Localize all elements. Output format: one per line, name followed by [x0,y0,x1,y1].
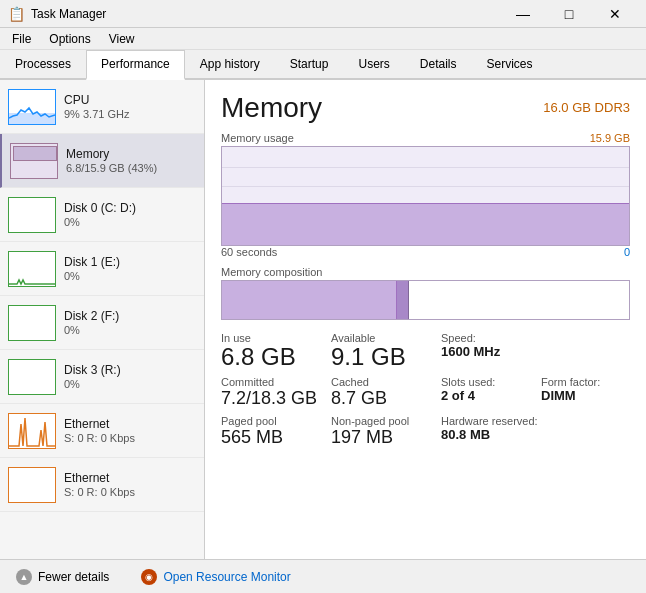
eth1-thumbnail [8,467,56,503]
stats-row3: Paged pool 565 MB Non-paged pool 197 MB … [221,415,630,448]
maximize-button[interactable]: □ [546,0,592,28]
eth0-text: Ethernet S: 0 R: 0 Kbps [64,417,196,444]
sidebar-item-disk0[interactable]: Disk 0 (C: D:) 0% [0,188,204,242]
disk2-thumbnail [8,305,56,341]
stats-row2: Committed 7.2/18.3 GB Cached 8.7 GB Slot… [221,376,630,409]
tab-startup[interactable]: Startup [275,50,344,78]
composition-standby [409,281,629,319]
disk2-value: 0% [64,324,196,336]
inuse-value: 6.8 GB [221,344,331,370]
eth1-value: S: 0 R: 0 Kbps [64,486,196,498]
usage-chart [221,146,630,246]
close-button[interactable]: ✕ [592,0,638,28]
disk0-text: Disk 0 (C: D:) 0% [64,201,196,228]
disk0-name: Disk 0 (C: D:) [64,201,196,215]
available-value: 9.1 GB [331,344,441,370]
usage-chart-section: Memory usage 15.9 GB 60 seconds 0 [221,132,630,258]
hw-label: Hardware reserved: [441,415,541,427]
menu-view[interactable]: View [101,30,143,47]
menu-options[interactable]: Options [41,30,98,47]
detail-hw: Hardware reserved: 80.8 MB [441,415,541,448]
disk0-value: 0% [64,216,196,228]
app-icon: 📋 [8,6,25,22]
title-bar-left: 📋 Task Manager [8,6,106,22]
slots-value: 2 of 4 [441,388,541,403]
tab-services[interactable]: Services [472,50,548,78]
disk2-text: Disk 2 (F:) 0% [64,309,196,336]
menu-file[interactable]: File [4,30,39,47]
bottom-bar: ▲ Fewer details ◉ Open Resource Monitor [0,559,646,593]
detail-slots: Slots used: 2 of 4 [441,376,541,409]
stats-area: In use 6.8 GB Available 9.1 GB Speed: 16… [221,332,630,370]
stat-committed: Committed 7.2/18.3 GB [221,376,331,409]
composition-section: Memory composition [221,266,630,320]
tab-performance[interactable]: Performance [86,50,185,80]
composition-chart [221,280,630,320]
cpu-name: CPU [64,93,196,107]
eth1-name: Ethernet [64,471,196,485]
memory-thumbnail [10,143,58,179]
cpu-chart-icon [9,90,55,124]
disk1-thumbnail [8,251,56,287]
stat-cached: Cached 8.7 GB [331,376,441,409]
disk1-name: Disk 1 (E:) [64,255,196,269]
composition-inuse [222,281,397,319]
sidebar-item-eth1[interactable]: Ethernet S: 0 R: 0 Kbps [0,458,204,512]
memory-name: Memory [66,147,196,161]
time-labels: 60 seconds 0 [221,246,630,258]
fewer-details-label: Fewer details [38,570,109,584]
open-resource-monitor-button[interactable]: ◉ Open Resource Monitor [133,565,298,589]
right-panel: Memory 16.0 GB DDR3 Memory usage 15.9 GB… [205,80,646,559]
speed-value: 1600 MHz [441,344,541,359]
disk1-value: 0% [64,270,196,282]
sidebar-item-cpu[interactable]: CPU 9% 3.71 GHz [0,80,204,134]
eth0-chart-icon [9,414,55,448]
eth0-name: Ethernet [64,417,196,431]
title-bar: 📋 Task Manager — □ ✕ [0,0,646,28]
composition-label: Memory composition [221,266,630,278]
tab-processes[interactable]: Processes [0,50,86,78]
committed-label: Committed [221,376,331,388]
tab-users[interactable]: Users [343,50,404,78]
left-panel: CPU 9% 3.71 GHz Memory 6.8/15.9 GB (43%)… [0,80,205,559]
minimize-button[interactable]: — [500,0,546,28]
fewer-details-button[interactable]: ▲ Fewer details [8,565,117,589]
disk3-text: Disk 3 (R:) 0% [64,363,196,390]
disk3-value: 0% [64,378,196,390]
time-end: 0 [624,246,630,258]
nonpaged-label: Non-paged pool [331,415,441,427]
slots-label: Slots used: [441,376,541,388]
stat-available: Available 9.1 GB [331,332,441,370]
monitor-icon: ◉ [141,569,157,585]
tab-details[interactable]: Details [405,50,472,78]
cpu-thumbnail [8,89,56,125]
paged-value: 565 MB [221,427,331,448]
main-area: CPU 9% 3.71 GHz Memory 6.8/15.9 GB (43%)… [0,80,646,559]
title-bar-controls: — □ ✕ [500,0,638,28]
chevron-up-icon: ▲ [16,569,32,585]
speed-label: Speed: [441,332,541,344]
sidebar-item-disk1[interactable]: Disk 1 (E:) 0% [0,242,204,296]
sidebar-item-memory[interactable]: Memory 6.8/15.9 GB (43%) [0,134,204,188]
composition-modified [397,281,409,319]
nonpaged-value: 197 MB [331,427,441,448]
stat-nonpaged: Non-paged pool 197 MB [331,415,441,448]
menu-bar: File Options View [0,28,646,50]
tab-bar: Processes Performance App history Startu… [0,50,646,80]
usage-label: Memory usage [221,132,294,144]
sidebar-item-disk2[interactable]: Disk 2 (F:) 0% [0,296,204,350]
panel-subtitle: 16.0 GB DDR3 [543,100,630,115]
cpu-value: 9% 3.71 GHz [64,108,196,120]
stat-inuse: In use 6.8 GB [221,332,331,370]
sidebar-item-eth0[interactable]: Ethernet S: 0 R: 0 Kbps [0,404,204,458]
open-resource-monitor-label: Open Resource Monitor [163,570,290,584]
sidebar-item-disk3[interactable]: Disk 3 (R:) 0% [0,350,204,404]
grid-line-2 [222,186,629,187]
form-label: Form factor: [541,376,600,388]
disk2-name: Disk 2 (F:) [64,309,196,323]
time-start: 60 seconds [221,246,277,258]
usage-max-label: 15.9 GB [590,132,630,144]
tab-app-history[interactable]: App history [185,50,275,78]
eth1-text: Ethernet S: 0 R: 0 Kbps [64,471,196,498]
detail-speed: Speed: 1600 MHz [441,332,541,370]
